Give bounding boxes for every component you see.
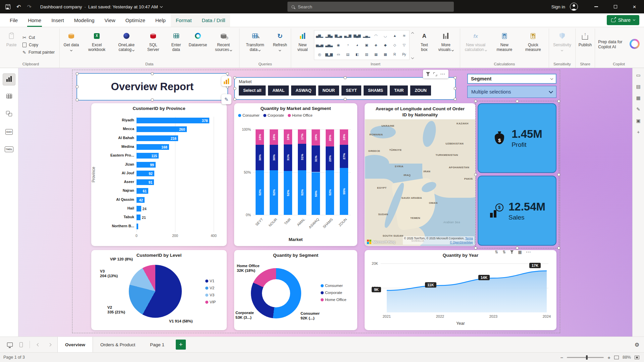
stack-segment-aswaq-home-office[interactable]: 19% <box>312 129 320 145</box>
menu-tab-format[interactable]: Format <box>171 13 197 27</box>
area-chart-icon[interactable]: ◡ <box>381 31 390 40</box>
ribbon-chart-icon[interactable]: ≋ <box>399 31 409 40</box>
bar-northern-b[interactable] <box>137 224 138 229</box>
selection-handle[interactable] <box>454 76 457 79</box>
stack-segment-tair-corporate[interactable]: 31% <box>284 144 292 171</box>
selection-handle[interactable] <box>76 72 79 75</box>
more-options-icon[interactable]: ··· <box>440 72 445 76</box>
file-title[interactable]: Dashboard company · Last saved: Yesterda… <box>40 4 162 9</box>
multi-row-card-icon[interactable]: ▤ <box>343 50 352 59</box>
stack-segment-amal-home-office[interactable]: 17% <box>298 129 306 144</box>
stack-segment-tair-home-office[interactable]: 18% <box>284 129 292 144</box>
undo-icon[interactable]: ↶ <box>16 4 21 10</box>
enter-data-button[interactable]: Enter data <box>165 28 187 61</box>
map-osm-link[interactable]: © OpenStreetMap <box>450 241 473 244</box>
stacked-column-chart-icon[interactable]: ▆▂▄ <box>334 31 343 40</box>
selection-handle[interactable] <box>474 100 477 103</box>
100-stacked-bar-chart-icon[interactable]: ▆▄▆ <box>353 31 362 40</box>
gallery-scroll-up-icon[interactable] <box>411 32 414 35</box>
line-and-stacked-column-chart-icon[interactable]: ▃▅▃ <box>324 41 333 50</box>
legend-item-home-office[interactable]: Home Office <box>321 298 346 302</box>
dataverse-button[interactable]: Dataverse <box>187 28 208 61</box>
stack-segment-seyt-consumer[interactable]: 52% <box>256 170 264 215</box>
selection-handle[interactable] <box>233 87 236 90</box>
fit-to-page-icon[interactable] <box>635 356 639 359</box>
visual-customerid-by-province[interactable]: CustomerID by Province Province 0200400R… <box>91 103 227 246</box>
slicer-option-seyt[interactable]: SEYT <box>341 85 361 96</box>
page-tab-overview[interactable]: Overview <box>57 337 93 352</box>
legend-item-v1[interactable]: V1 <box>205 279 216 283</box>
zoom-out-button[interactable]: − <box>560 355 563 360</box>
menu-tab-home[interactable]: Home <box>23 13 46 27</box>
bar-tabuk[interactable] <box>137 215 141 220</box>
stack-segment-aswaq-corporate[interactable]: 31% <box>312 145 320 172</box>
stack-segment-nour-consumer[interactable]: 52% <box>270 170 278 215</box>
filter-icon[interactable] <box>510 250 514 254</box>
stack-segment-amal-corporate[interactable]: 31% <box>298 144 306 170</box>
stack-segment-nour-home-office[interactable]: 18% <box>270 129 278 145</box>
slicer-option-tair[interactable]: TAIR <box>390 85 408 96</box>
sql-server-button[interactable]: SQL Server <box>142 28 165 61</box>
visual-quantity-by-market-and-segment[interactable]: Quantity by Market and Segment ConsumerC… <box>234 103 357 246</box>
format-painter-button[interactable]: ✎Format painter <box>20 49 57 55</box>
stack-segment-nour-corporate[interactable]: 30% <box>270 145 278 171</box>
selection-handle[interactable] <box>343 98 346 101</box>
page-tab-page-1[interactable]: Page 1 <box>143 337 172 352</box>
stack-segment-zoun-home-office[interactable]: 18% <box>340 129 348 145</box>
format-pane-icon[interactable]: ✎ <box>636 107 640 112</box>
dax-query-view-button[interactable]: DAX <box>3 126 15 138</box>
slicer-option-amal[interactable]: AMAL <box>268 85 289 96</box>
filled-map-icon[interactable]: ◆ <box>381 41 390 50</box>
menu-tab-help[interactable]: Help <box>150 13 171 27</box>
transform-data-button[interactable]: ✎Transform data <box>240 28 270 61</box>
map-terms-link[interactable]: Terms <box>465 237 473 240</box>
grid-icon[interactable]: ▦ <box>518 250 522 254</box>
menu-tab-file[interactable]: File <box>5 13 23 27</box>
maximize-button[interactable] <box>606 0 625 13</box>
stack-segment-seyt-home-office[interactable]: 18% <box>256 129 264 145</box>
recent-sources-button[interactable]: ◷Recent sources <box>209 28 238 61</box>
quick-measure-button[interactable]: Quick measure <box>519 28 548 61</box>
tmdl-view-button[interactable]: TMDL <box>3 143 15 155</box>
onelake-catalog-button[interactable]: OneLake catalog <box>112 28 141 61</box>
selection-handle[interactable] <box>557 247 560 250</box>
shape-map-icon[interactable]: ◇ <box>390 41 399 50</box>
stack-segment-zoun-consumer[interactable]: 55% <box>340 168 348 215</box>
menu-tab-modeling[interactable]: Modeling <box>69 13 100 27</box>
stack-segment-zoun-corporate[interactable]: 27% <box>340 145 348 168</box>
waterfall-icon[interactable]: ▆▂▆ <box>324 50 333 59</box>
menu-tab-optimize[interactable]: Optimize <box>120 13 150 27</box>
zoom-slider[interactable] <box>567 357 604 358</box>
next-page-button[interactable] <box>44 339 55 350</box>
excel-workbook-button[interactable]: XExcel workbook <box>82 28 111 61</box>
zoom-in-button[interactable]: + <box>607 355 610 360</box>
clustered-column-chart-icon[interactable]: ▄▂▆ <box>343 31 352 40</box>
gauge-icon[interactable]: ◎ <box>315 50 324 59</box>
selection-handle[interactable] <box>557 100 560 103</box>
stack-segment-tair-consumer[interactable]: 52% <box>284 171 292 215</box>
legend-item-v3[interactable]: V3 <box>205 293 216 297</box>
bar-hail[interactable] <box>137 206 141 212</box>
publish-button[interactable]: ↑Publish <box>577 28 594 61</box>
report-title-visual[interactable]: Overview Report <box>76 73 228 101</box>
python-visual-icon[interactable]: Py <box>399 50 409 59</box>
selection-handle[interactable] <box>454 87 457 90</box>
segment-chevron-icon[interactable] <box>550 77 553 79</box>
account-avatar-icon[interactable] <box>570 3 578 11</box>
text-box-button[interactable]: AText box <box>416 28 433 61</box>
legend-item-corporate[interactable]: Corporate <box>321 291 346 295</box>
line-chart-icon[interactable]: ◠ <box>371 31 380 40</box>
more-visuals-button[interactable]: More visuals <box>433 28 459 61</box>
new-page-button[interactable]: + <box>176 340 186 350</box>
visual-quantity-by-year[interactable]: Quantity by Year 20K10K9K11K14K17K202120… <box>365 250 556 330</box>
funnel-icon[interactable]: ▽ <box>399 41 409 50</box>
stack-segment-seyt-corporate[interactable]: 30% <box>256 145 264 171</box>
selection-handle[interactable] <box>474 247 477 250</box>
stacked-bar-chart-icon[interactable]: ▄▆▂ <box>315 31 324 40</box>
r-script-visual-icon[interactable]: R <box>390 50 399 59</box>
new-measure-button[interactable]: New measure <box>491 28 518 61</box>
legend-item-consumer[interactable]: Consumer <box>321 284 346 288</box>
stacked-area-chart-icon[interactable]: ▲ <box>390 31 399 40</box>
segment-dropdown[interactable]: Multiple selections <box>467 86 556 98</box>
kpi-card-sales[interactable]: $ 12.54M Sales <box>478 176 556 246</box>
